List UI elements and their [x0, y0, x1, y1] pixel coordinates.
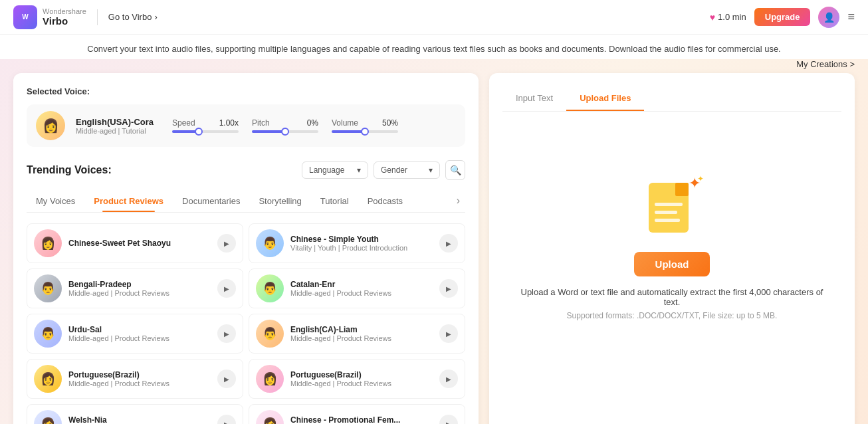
pitch-thumb [281, 128, 289, 136]
search-icon: 🔍 [450, 165, 461, 175]
voice-info-2: Chinese - Simple Youth Vitality | Youth … [290, 235, 433, 252]
upload-svg-icon: ✦ ✦ [639, 169, 712, 243]
voice-item-5[interactable]: 👨 Urdu-Sal Middle-aged | Product Reviews… [27, 314, 243, 354]
tab-storytelling[interactable]: Storytelling [249, 191, 310, 211]
volume-label: Volume [332, 118, 358, 128]
go-to-virbo-link[interactable]: Go to Virbo › [108, 12, 158, 22]
selected-voice-avatar: 👩 [36, 111, 65, 140]
play-button-2[interactable]: ▶ [439, 234, 458, 253]
voice-name-7: Portuguese(Brazil) [68, 370, 211, 379]
pitch-slider[interactable] [252, 130, 318, 133]
search-button[interactable]: 🔍 [445, 160, 465, 180]
mode-tabs: Input Text Upload Files [502, 86, 841, 112]
language-filter[interactable]: Language ▾ [302, 161, 368, 179]
gender-filter[interactable]: Gender ▾ [374, 161, 440, 179]
voice-item-2[interactable]: 👨 Chinese - Simple Youth Vitality | Yout… [249, 223, 465, 263]
tab-my-voices[interactable]: My Voices [27, 191, 84, 211]
volume-control: Volume 50% [332, 118, 398, 133]
voice-name-3: Bengali-Pradeep [68, 280, 211, 289]
play-button-1[interactable]: ▶ [217, 234, 236, 253]
voice-item-7[interactable]: 👩 Portuguese(Brazil) Middle-aged | Produ… [27, 359, 243, 399]
play-button-10[interactable]: ▶ [439, 415, 458, 424]
voice-info-9: Welsh-Nia Middle-aged | Product Reviews [68, 415, 211, 424]
upload-illustration: ✦ ✦ [639, 169, 705, 236]
voice-item-4[interactable]: 👨 Catalan-Enr Middle-aged | Product Revi… [249, 268, 465, 308]
speed-thumb [195, 128, 203, 136]
voice-item-3[interactable]: 👨 Bengali-Pradeep Middle-aged | Product … [27, 268, 243, 308]
heart-icon: ♥ [710, 12, 715, 23]
voice-tags-3: Middle-aged | Product Reviews [68, 289, 211, 297]
volume-value: 50% [382, 118, 398, 128]
volume-thumb [361, 128, 369, 136]
upgrade-button[interactable]: Upgrade [754, 8, 811, 26]
menu-icon[interactable]: ≡ [847, 10, 855, 24]
pitch-value: 0% [307, 118, 318, 128]
chevron-down-icon: ▾ [429, 165, 433, 175]
upload-description: Upload a Word or text file and automatic… [516, 287, 828, 307]
voice-item-1[interactable]: 👩 Chinese-Sweet Pet Shaoyu ▶ [27, 223, 243, 263]
voice-category-tabs: My Voices Product Reviews Documentaries … [27, 189, 465, 213]
svg-rect-3 [655, 211, 677, 214]
voice-item-6[interactable]: 👨 English(CA)-Liam Middle-aged | Product… [249, 314, 465, 354]
voice-avatar-3: 👨 [34, 274, 62, 302]
user-avatar[interactable]: 👤 [818, 7, 839, 28]
voice-tags-7: Middle-aged | Product Reviews [68, 379, 211, 387]
svg-rect-2 [655, 203, 683, 206]
tab-podcasts[interactable]: Podcasts [358, 191, 412, 211]
pitch-fill [252, 130, 285, 133]
chevron-right-icon: › [154, 12, 157, 22]
upload-button[interactable]: Upload [634, 252, 710, 276]
tab-upload-files[interactable]: Upload Files [566, 86, 644, 111]
selected-voice-label: Selected Voice: [27, 86, 465, 96]
upload-area: ✦ ✦ Upload Upload a Word or text file an… [502, 125, 841, 364]
voice-info-4: Catalan-Enr Middle-aged | Product Review… [290, 280, 433, 297]
svg-rect-1 [675, 183, 689, 196]
volume-fill [332, 130, 365, 133]
play-button-7[interactable]: ▶ [217, 370, 236, 388]
play-button-3[interactable]: ▶ [217, 279, 236, 298]
volume-slider[interactable] [332, 130, 398, 133]
voice-name-10: Chinese - Promotional Fem... [290, 415, 433, 424]
selected-voice-name: English(USA)-Cora [76, 117, 154, 127]
voice-avatar-1: 👩 [34, 229, 62, 257]
voice-name-2: Chinese - Simple Youth [290, 235, 433, 244]
tab-tutorial[interactable]: Tutorial [311, 191, 358, 211]
voice-info-8: Portuguese(Brazil) Middle-aged | Product… [290, 370, 433, 387]
selected-voice-meta: Middle-aged | Tutorial [76, 127, 154, 135]
voice-avatar-2: 👨 [256, 229, 284, 257]
credits-display: ♥ 1.0 min [710, 12, 746, 23]
voice-item-9[interactable]: 👩 Welsh-Nia Middle-aged | Product Review… [27, 404, 243, 424]
voice-name-6: English(CA)-Liam [290, 325, 433, 334]
main-content: Selected Voice: 👩 English(USA)-Cora Midd… [0, 73, 868, 424]
app-header: W Wondershare Virbo Go to Virbo › ♥ 1.0 … [0, 0, 868, 35]
left-panel: Selected Voice: 👩 English(USA)-Cora Midd… [13, 73, 479, 424]
tabs-more-icon[interactable]: › [451, 189, 465, 212]
tab-product-reviews[interactable]: Product Reviews [84, 191, 173, 211]
play-button-4[interactable]: ▶ [439, 279, 458, 298]
voice-avatar-5: 👨 [34, 320, 62, 348]
banner-text: Convert your text into audio files, supp… [13, 44, 855, 54]
voice-info-6: English(CA)-Liam Middle-aged | Product R… [290, 325, 433, 342]
filter-group: Language ▾ Gender ▾ 🔍 [302, 160, 465, 180]
right-panel: Input Text Upload Files ✦ ✦ [489, 73, 855, 424]
tab-documentaries[interactable]: Documentaries [173, 191, 249, 211]
tab-input-text[interactable]: Input Text [502, 86, 566, 111]
voice-item-8[interactable]: 👩 Portuguese(Brazil) Middle-aged | Produ… [249, 359, 465, 399]
play-button-5[interactable]: ▶ [217, 324, 236, 343]
voice-avatar-8: 👩 [256, 365, 284, 393]
play-button-8[interactable]: ▶ [439, 370, 458, 388]
speed-value: 1.00x [219, 118, 239, 128]
play-button-9[interactable]: ▶ [217, 415, 236, 424]
voice-tags-8: Middle-aged | Product Reviews [290, 379, 433, 387]
speed-slider[interactable] [172, 130, 239, 133]
controls-right: Speed 1.00x Pitch 0% [172, 118, 398, 133]
chevron-down-icon: ▾ [357, 165, 361, 175]
voice-info-3: Bengali-Pradeep Middle-aged | Product Re… [68, 280, 211, 297]
svg-rect-4 [655, 219, 680, 222]
play-button-6[interactable]: ▶ [439, 324, 458, 343]
speed-label: Speed [172, 118, 195, 128]
my-creations-link[interactable]: My Creations > [0, 59, 868, 73]
brand-name: Wondershare [43, 7, 86, 15]
voice-info-1: Chinese-Sweet Pet Shaoyu [68, 239, 211, 248]
voice-item-10[interactable]: 👩 Chinese - Promotional Fem... Exciting … [249, 404, 465, 424]
